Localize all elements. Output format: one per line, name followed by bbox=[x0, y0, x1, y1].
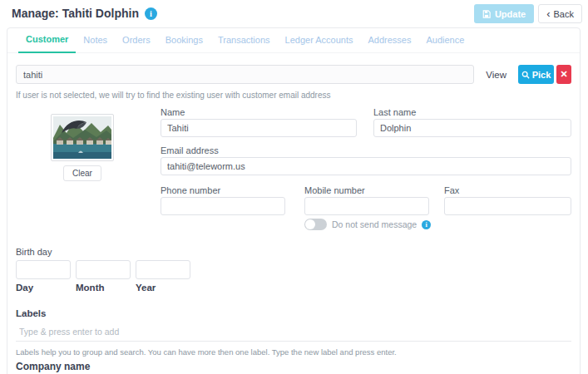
month-label: Month bbox=[76, 283, 104, 293]
header-actions: Update ‹ Back bbox=[474, 4, 582, 23]
close-icon: ✕ bbox=[560, 69, 567, 80]
tab-bookings[interactable]: Bookings bbox=[158, 35, 210, 52]
labels-input[interactable] bbox=[16, 322, 571, 342]
clear-photo-button[interactable]: Clear bbox=[63, 165, 101, 181]
mobile-field[interactable] bbox=[304, 197, 429, 215]
back-button-label: Back bbox=[554, 9, 574, 19]
back-chevron-icon: ‹ bbox=[546, 8, 550, 19]
tab-transactions[interactable]: Transactions bbox=[210, 35, 278, 52]
labels-title: Labels bbox=[16, 308, 46, 318]
toggle-knob-icon bbox=[305, 219, 315, 229]
tab-bar: Customer Notes Orders Bookings Transacti… bbox=[7, 28, 580, 53]
tab-notes[interactable]: Notes bbox=[76, 35, 115, 52]
customer-photo[interactable] bbox=[51, 114, 114, 161]
info-icon[interactable]: i bbox=[145, 7, 157, 20]
email-field[interactable] bbox=[161, 157, 571, 175]
email-label: Email address bbox=[161, 145, 219, 155]
pick-button-label: Pick bbox=[532, 70, 551, 80]
search-icon bbox=[521, 71, 530, 79]
name-label: Name bbox=[161, 107, 185, 117]
do-not-send-toggle[interactable] bbox=[304, 219, 327, 230]
labels-helper-text: Labels help you to group and search. You… bbox=[16, 347, 397, 357]
save-icon bbox=[482, 10, 491, 18]
photo-dolphin-scene bbox=[53, 116, 111, 159]
birthday-month-field[interactable] bbox=[76, 260, 131, 279]
update-button-label: Update bbox=[495, 9, 526, 19]
page-title-text: Manage: Tahiti Dolphin bbox=[12, 7, 139, 20]
phone-label: Phone number bbox=[161, 185, 220, 195]
do-not-send-label: Do not send message bbox=[332, 219, 417, 229]
back-button[interactable]: ‹ Back bbox=[538, 4, 582, 23]
company-name-label: Company name bbox=[16, 361, 90, 372]
search-helper-text: If user is not selected, we will try to … bbox=[16, 91, 331, 100]
pick-button[interactable]: Pick bbox=[518, 65, 554, 84]
customer-card: Customer Notes Orders Bookings Transacti… bbox=[7, 27, 581, 374]
last-name-label: Last name bbox=[373, 107, 416, 117]
birthday-year-field[interactable] bbox=[136, 260, 190, 279]
update-button[interactable]: Update bbox=[474, 4, 534, 23]
user-search-input[interactable] bbox=[16, 65, 474, 84]
fax-label: Fax bbox=[444, 185, 459, 195]
page-title: Manage: Tahiti Dolphin i bbox=[12, 7, 157, 20]
tab-addresses[interactable]: Addresses bbox=[361, 35, 419, 52]
tab-orders[interactable]: Orders bbox=[115, 35, 158, 52]
do-not-send-info-icon[interactable]: i bbox=[422, 220, 431, 229]
year-label: Year bbox=[136, 283, 156, 293]
last-name-field[interactable] bbox=[373, 119, 571, 137]
do-not-send-row: Do not send message i bbox=[304, 219, 431, 230]
customer-photo-block: Clear bbox=[51, 114, 114, 181]
day-label: Day bbox=[16, 283, 33, 293]
view-button[interactable]: View bbox=[477, 65, 515, 84]
tab-customer[interactable]: Customer bbox=[18, 34, 76, 53]
birthday-title: Birth day bbox=[16, 247, 52, 257]
fax-field[interactable] bbox=[444, 197, 571, 215]
mobile-label: Mobile number bbox=[304, 185, 365, 195]
name-field[interactable] bbox=[161, 119, 357, 137]
phone-field[interactable] bbox=[161, 197, 285, 215]
tab-ledger-accounts[interactable]: Ledger Accounts bbox=[278, 35, 361, 52]
user-search-row: View Pick ✕ bbox=[16, 65, 571, 84]
tab-audience[interactable]: Audience bbox=[418, 35, 472, 52]
birthday-day-field[interactable] bbox=[16, 260, 71, 279]
clear-search-button[interactable]: ✕ bbox=[556, 65, 571, 84]
